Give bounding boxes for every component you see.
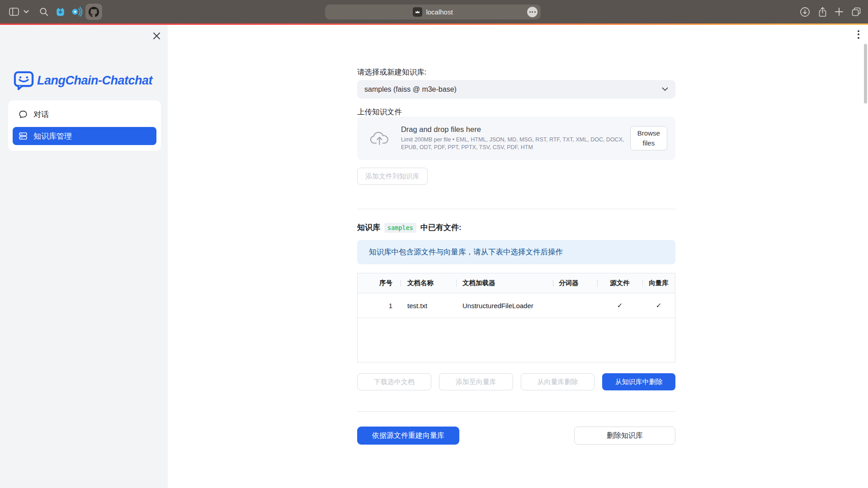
table-header[interactable]: 向量库 xyxy=(642,273,675,293)
app-logo: LangChain-Chatchat xyxy=(14,70,152,90)
file-dropzone[interactable]: Drag and drop files here Limit 200MB per… xyxy=(357,117,675,160)
add-files-button[interactable]: 添加文件到知识库 xyxy=(357,168,428,185)
download-selected-button[interactable]: 下载选中文档 xyxy=(357,373,431,390)
browse-files-button[interactable]: Browse files xyxy=(630,126,667,150)
main-content: 请选择或新建知识库: samples (faiss @ m3e-base) 上传… xyxy=(357,25,675,488)
search-icon[interactable] xyxy=(38,0,49,23)
delete-from-kb-button[interactable]: 从知识库中删除 xyxy=(602,373,675,390)
sidebar-item-label: 知识库管理 xyxy=(33,131,72,141)
kb-select-value: samples (faiss @ m3e-base) xyxy=(364,85,457,94)
scrollbar-thumb[interactable] xyxy=(864,44,867,103)
dropzone-title: Drag and drop files here xyxy=(401,125,630,134)
browser-toolbar: ★ localhost xyxy=(0,0,868,23)
kb-select[interactable]: samples (faiss @ m3e-base) xyxy=(357,80,675,99)
info-banner: 知识库中包含源文件与向量库，请从下表中选择文件后操作 xyxy=(357,240,675,264)
heading-prefix: 知识库 xyxy=(357,222,380,233)
table-header[interactable]: 文档名称 xyxy=(401,273,456,293)
upload-label: 上传知识文件 xyxy=(357,107,402,117)
ellipsis-icon[interactable] xyxy=(527,7,538,17)
address-bar[interactable]: localhost xyxy=(325,5,541,19)
cell-vector-check: ✓ xyxy=(642,293,675,318)
download-icon[interactable] xyxy=(799,0,811,23)
new-tab-icon[interactable] xyxy=(833,0,845,23)
dropzone-text: Drag and drop files here Limit 200MB per… xyxy=(401,125,630,152)
table-header[interactable]: 分词器 xyxy=(553,273,597,293)
database-stack-icon xyxy=(19,131,28,141)
table-row[interactable]: 1 test.txt UnstructuredFileLoader ✓ ✓ xyxy=(358,293,675,318)
add-to-vectorstore-button[interactable]: 添加至向量库 xyxy=(439,373,513,390)
chat-icon xyxy=(19,110,28,119)
table-action-buttons: 下载选中文档 添加至向量库 从向量库删除 从知识库中删除 xyxy=(357,373,675,390)
chat-bubble-logo-icon xyxy=(14,70,34,90)
tabs-overview-icon[interactable] xyxy=(850,0,863,23)
cell-splitter xyxy=(553,293,597,318)
delete-kb-button[interactable]: 删除知识库 xyxy=(574,427,675,445)
chevron-down-icon[interactable] xyxy=(23,0,30,23)
table-header[interactable]: 源文件 xyxy=(597,273,642,293)
delete-from-vectorstore-button[interactable]: 从向量库删除 xyxy=(521,373,595,390)
table-header[interactable]: 文档加载器 xyxy=(456,273,553,293)
cloud-upload-icon xyxy=(370,131,389,146)
cat-extension-icon[interactable] xyxy=(54,0,66,23)
sidebar-item-chat[interactable]: 对话 xyxy=(13,104,156,124)
sidebar-item-label: 对话 xyxy=(33,109,49,120)
github-extension-icon[interactable] xyxy=(85,4,102,20)
heading-suffix: 中已有文件: xyxy=(420,222,462,233)
kb-name-code: samples xyxy=(384,223,416,233)
rebuild-vectorstore-button[interactable]: 依据源文件重建向量库 xyxy=(357,427,459,445)
divider xyxy=(357,209,675,209)
svg-text:★: ★ xyxy=(73,9,77,14)
cell-source-check: ✓ xyxy=(597,293,642,318)
cell-loader: UnstructuredFileLoader xyxy=(456,293,553,318)
sidebar-nav: 对话 知识库管理 xyxy=(8,100,161,151)
logo-text: LangChain-Chatchat xyxy=(37,74,152,88)
main-menu-kebab-icon[interactable] xyxy=(854,27,863,42)
address-url: localhost xyxy=(426,8,453,16)
cell-index: 1 xyxy=(358,293,401,318)
dropzone-limit: Limit 200MB per file • EML, HTML, JSON, … xyxy=(401,136,630,152)
kb-files-heading: 知识库 samples 中已有文件: xyxy=(357,222,462,233)
sidebar-toggle-icon[interactable] xyxy=(8,0,20,23)
table-header-row: 序号 文档名称 文档加载器 分词器 源文件 向量库 xyxy=(358,273,675,293)
site-favicon xyxy=(413,7,422,17)
circles-extension-icon[interactable]: ★ xyxy=(70,0,83,23)
share-icon[interactable] xyxy=(816,0,828,23)
kb-select-label: 请选择或新建知识库: xyxy=(357,67,426,77)
close-icon[interactable] xyxy=(151,30,162,42)
divider xyxy=(357,411,675,412)
sidebar: LangChain-Chatchat 对话 知识库管理 xyxy=(0,25,168,488)
sidebar-item-knowledge-base[interactable]: 知识库管理 xyxy=(13,127,156,145)
files-table: 序号 文档名称 文档加载器 分词器 源文件 向量库 1 test.txt Uns… xyxy=(357,273,675,362)
chevron-down-icon xyxy=(662,87,668,91)
cell-doc-name: test.txt xyxy=(401,293,456,318)
table-header[interactable]: 序号 xyxy=(358,273,401,293)
